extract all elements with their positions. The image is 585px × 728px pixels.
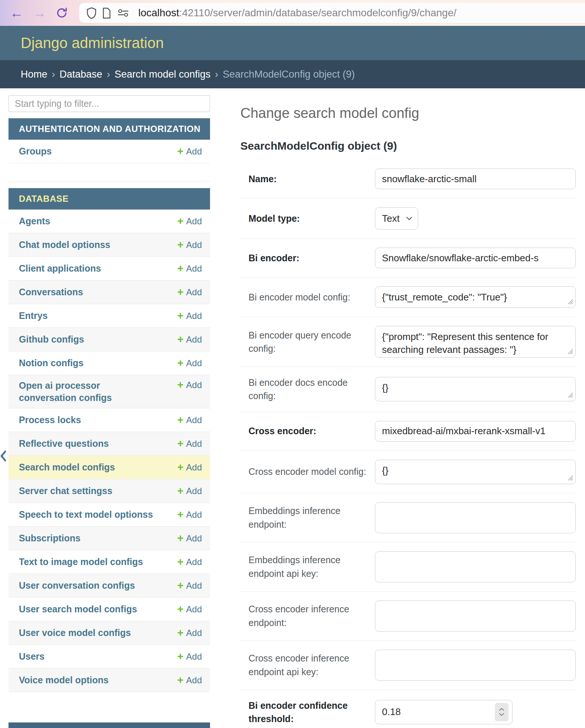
sidebar-collapse-toggle[interactable] bbox=[0, 449, 7, 463]
model-type-select[interactable]: Text bbox=[375, 207, 418, 229]
sidebar-item-label[interactable]: Speech to text model optionss bbox=[19, 508, 153, 521]
sidebar-item-chat-model-optionss[interactable]: Chat model optionss +Add bbox=[9, 233, 210, 257]
add-voice-model-options-button[interactable]: +Add bbox=[177, 675, 202, 686]
sidebar-item-open-ai-processor-conversation-configs[interactable]: Open ai processor conversation configs +… bbox=[9, 375, 210, 408]
embeddings-inference-endpoint-api-key-input[interactable] bbox=[375, 551, 576, 582]
sidebar-item-label[interactable]: User search model configs bbox=[19, 603, 137, 615]
bi-encoder-query-encode-config-textarea[interactable]: {"prompt": "Represent this sentence for … bbox=[375, 326, 576, 358]
stepper-up-icon[interactable] bbox=[499, 708, 504, 711]
site-settings-icon[interactable] bbox=[117, 8, 129, 17]
sidebar-item-label[interactable]: Users bbox=[19, 650, 45, 663]
add-subscriptions-button[interactable]: +Add bbox=[177, 533, 202, 544]
sidebar-item-entrys[interactable]: Entrys +Add bbox=[9, 304, 210, 328]
sidebar-item-label[interactable]: User voice model configs bbox=[19, 627, 131, 639]
number-stepper[interactable] bbox=[495, 703, 508, 721]
add-notion-configs-button[interactable]: +Add bbox=[177, 358, 202, 368]
resize-grip-icon[interactable] bbox=[567, 348, 573, 354]
sidebar-item-text-to-image-model-configs[interactable]: Text to image model configs +Add bbox=[9, 550, 210, 574]
breadcrumb-link-search-model-configs[interactable]: Search model configs bbox=[115, 69, 211, 80]
sidebar-item-groups[interactable]: Groups +Add bbox=[9, 140, 210, 163]
sidebar-item-voice-model-options[interactable]: Voice model options +Add bbox=[9, 669, 210, 692]
sidebar-item-label[interactable]: Agents bbox=[19, 215, 50, 227]
add-search-model-configs-button[interactable]: +Add bbox=[177, 462, 202, 473]
add-open-ai-processor-conversation-configs-button[interactable]: +Add bbox=[177, 380, 202, 390]
add-chat-model-optionss-button[interactable]: +Add bbox=[177, 239, 202, 250]
add-users-button[interactable]: +Add bbox=[177, 651, 202, 662]
sidebar-item-label[interactable]: Entrys bbox=[19, 310, 48, 322]
forward-button[interactable]: → bbox=[33, 6, 46, 20]
add-speech-to-text-model-optionss-button[interactable]: +Add bbox=[177, 509, 202, 520]
resize-grip-icon[interactable] bbox=[567, 391, 573, 398]
back-button[interactable]: ← bbox=[10, 6, 23, 20]
sidebar-item-label[interactable]: User conversation configs bbox=[19, 579, 135, 592]
sidebar-item-search-model-configs[interactable]: Search model configs +Add bbox=[9, 456, 210, 479]
bi-encoder-model-config-textarea[interactable]: {"trust_remote_code": "True"} bbox=[375, 286, 576, 308]
sidebar-item-label[interactable]: Text to image model configs bbox=[19, 556, 143, 568]
add-text-to-image-model-configs-button[interactable]: +Add bbox=[177, 557, 202, 567]
add-server-chat-settingss-button[interactable]: +Add bbox=[177, 486, 202, 496]
cross-encoder-model-config-textarea[interactable]: {} bbox=[375, 460, 576, 484]
sidebar-item-subscriptions[interactable]: Subscriptions +Add bbox=[9, 527, 210, 550]
add-user-search-model-configs-button[interactable]: +Add bbox=[177, 604, 202, 615]
sidebar-item-server-chat-settingss[interactable]: Server chat settingss +Add bbox=[9, 479, 210, 503]
bi-encoder-docs-encode-config-textarea[interactable]: {} bbox=[375, 377, 576, 401]
sidebar-item-agents[interactable]: Agents +Add bbox=[9, 210, 210, 233]
resize-grip-icon[interactable] bbox=[567, 298, 573, 305]
resize-grip-icon[interactable] bbox=[567, 474, 573, 481]
add-groups-button[interactable]: +Add bbox=[177, 146, 202, 157]
add-github-configs-button[interactable]: +Add bbox=[177, 334, 202, 345]
add-label: Add bbox=[186, 287, 202, 297]
sidebar-item-label[interactable]: Client applications bbox=[19, 262, 101, 275]
sidebar-item-process-locks[interactable]: Process locks +Add bbox=[9, 408, 210, 432]
form-row-bi-encoder-query-encode-config: Bi encoder query encode config: {"prompt… bbox=[240, 317, 577, 367]
cross-encoder-inference-endpoint-api-key-input[interactable] bbox=[375, 650, 576, 681]
add-agents-button[interactable]: +Add bbox=[177, 216, 202, 227]
sidebar-item-label[interactable]: Github configs bbox=[19, 333, 84, 346]
stepper-down-icon[interactable] bbox=[499, 713, 504, 716]
sidebar-item-notion-configs[interactable]: Notion configs +Add bbox=[9, 351, 210, 375]
bi-encoder-confidence-threshold-input[interactable] bbox=[375, 700, 513, 724]
embeddings-inference-endpoint-input[interactable] bbox=[375, 502, 576, 533]
sidebar-item-label[interactable]: Search model configs bbox=[19, 461, 115, 473]
sidebar-item-label[interactable]: Voice model options bbox=[19, 674, 109, 686]
sidebar-item-label[interactable]: Notion configs bbox=[19, 357, 84, 369]
cross-encoder-input[interactable] bbox=[375, 421, 576, 442]
shield-icon[interactable] bbox=[87, 7, 97, 19]
add-user-conversation-configs-button[interactable]: +Add bbox=[177, 580, 202, 591]
breadcrumb-link-database[interactable]: Database bbox=[60, 69, 102, 80]
sidebar-item-user-conversation-configs[interactable]: User conversation configs +Add bbox=[9, 574, 210, 598]
add-label: Add bbox=[186, 533, 202, 544]
url-bar[interactable]: localhost:42110/server/admin/database/se… bbox=[79, 3, 585, 23]
sidebar-item-speech-to-text-model-optionss[interactable]: Speech to text model optionss +Add bbox=[9, 503, 210, 527]
sidebar-item-label[interactable]: Groups bbox=[19, 145, 52, 157]
add-process-locks-button[interactable]: +Add bbox=[177, 415, 202, 425]
name-input[interactable] bbox=[375, 169, 576, 189]
site-title[interactable]: Django administration bbox=[21, 35, 164, 51]
sidebar-item-label[interactable]: Process locks bbox=[19, 414, 81, 426]
sidebar-filter-input[interactable] bbox=[9, 95, 210, 112]
breadcrumb-link-home[interactable]: Home bbox=[21, 69, 47, 80]
add-reflective-questions-button[interactable]: +Add bbox=[177, 438, 202, 449]
sidebar-item-user-voice-model-configs[interactable]: User voice model configs +Add bbox=[9, 621, 210, 645]
bi-encoder-input[interactable] bbox=[375, 248, 576, 268]
sidebar-item-label[interactable]: Server chat settingss bbox=[19, 485, 112, 497]
sidebar-item-client-applications[interactable]: Client applications +Add bbox=[9, 257, 210, 280]
sidebar-item-label[interactable]: Subscriptions bbox=[19, 532, 81, 544]
sidebar-item-github-configs[interactable]: Github configs +Add bbox=[9, 328, 210, 351]
sidebar-item-user-search-model-configs[interactable]: User search model configs +Add bbox=[9, 598, 210, 621]
add-conversations-button[interactable]: +Add bbox=[177, 287, 202, 297]
sidebar-item-label[interactable]: Open ai processor conversation configs bbox=[19, 380, 156, 404]
cross-encoder-inference-endpoint-input[interactable] bbox=[375, 601, 576, 632]
sidebar-item-label[interactable]: Reflective questions bbox=[19, 438, 109, 450]
sidebar-item-label[interactable]: Conversations bbox=[19, 286, 83, 298]
add-label: Add bbox=[186, 652, 202, 662]
sidebar-item-conversations[interactable]: Conversations +Add bbox=[9, 280, 210, 304]
sidebar-item-label[interactable]: Chat model optionss bbox=[19, 239, 110, 251]
add-entrys-button[interactable]: +Add bbox=[177, 310, 202, 321]
plus-icon: + bbox=[177, 310, 183, 321]
add-client-applications-button[interactable]: +Add bbox=[177, 263, 202, 274]
sidebar-item-users[interactable]: Users +Add bbox=[9, 645, 210, 669]
add-user-voice-model-configs-button[interactable]: +Add bbox=[177, 627, 202, 638]
refresh-button[interactable] bbox=[56, 7, 68, 19]
sidebar-item-reflective-questions[interactable]: Reflective questions +Add bbox=[9, 432, 210, 456]
